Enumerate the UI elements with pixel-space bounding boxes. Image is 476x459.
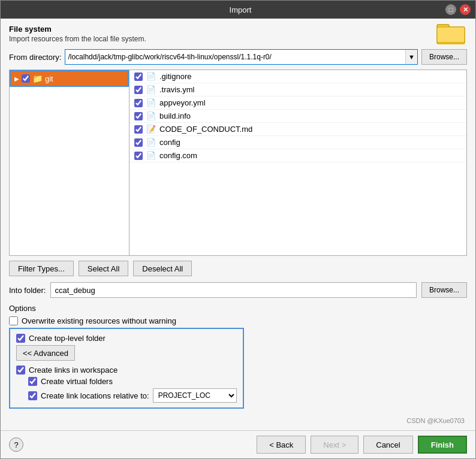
svg-rect-2 [437,27,465,43]
header-area: File system Import resources from the lo… [9,25,467,49]
options-section: Options Overwrite existing resources wit… [9,304,467,411]
cancel-button[interactable]: Cancel [363,436,412,454]
from-directory-label: From directory: [9,53,61,62]
options-title: Options [9,304,467,313]
from-directory-input-wrap: ▼ [65,49,418,65]
advanced-panel: Create top-level folder << Advanced Crea… [9,328,244,409]
file-icon: 📝 [146,125,156,134]
right-panel: 📄.gitignore📄.travis.yml📄appveyor.yml📄bui… [129,70,466,255]
svg-rect-3 [438,43,465,44]
create-links-row: Create links in workspace [16,366,237,375]
file-icon: 📄 [146,138,156,147]
file-name: config.com [159,151,197,160]
file-name: .travis.yml [159,85,195,94]
into-folder-row: Into folder: Browse... [9,282,467,298]
file-name: build.info [159,111,191,120]
finish-button[interactable]: Finish [418,436,467,454]
file-item: 📄.gitignore [129,70,466,83]
watermark: CSDN @KXue0703 [9,417,467,424]
file-item: 📄config [129,136,466,149]
filter-types-button[interactable]: Filter Types... [9,261,74,276]
file-panels: ▶ 📁 git 📄.gitignore📄.travis.yml📄appveyor… [9,70,467,256]
link-location-label: Create link locations relative to: [41,391,149,400]
file-item: 📄appveyor.yml [129,96,466,110]
create-links-label: Create links in workspace [29,366,118,375]
create-virtual-folders-row: Create virtual folders [28,377,237,386]
back-button[interactable]: < Back [257,436,306,454]
file-checkbox[interactable] [134,73,143,81]
file-checkbox[interactable] [134,99,143,107]
section-subtitle: Import resources from the local file sys… [9,35,467,43]
import-dialog: Import □ ✕ File system Import resources … [0,0,476,459]
bottom-bar: ? < Back Next > Cancel Finish [1,430,475,458]
file-checkbox[interactable] [134,138,143,147]
from-directory-dropdown[interactable]: ▼ [405,50,417,64]
into-folder-browse-button[interactable]: Browse... [421,282,467,298]
title-bar-controls: □ ✕ [445,4,471,15]
create-top-level-label: Create top-level folder [29,334,106,343]
section-title: File system [9,25,467,34]
file-icon: 📄 [146,151,156,160]
file-item: 📄build.info [129,110,466,123]
deselect-all-button[interactable]: Deselect All [133,261,192,276]
file-icon: 📄 [146,98,156,107]
create-virtual-folders-checkbox[interactable] [28,377,37,386]
bottom-right-buttons: < Back Next > Cancel Finish [257,436,467,454]
into-folder-label: Into folder: [9,286,46,295]
file-icon: 📄 [146,111,156,120]
action-buttons-row: Filter Types... Select All Deselect All [9,261,467,276]
link-location-select[interactable]: PROJECT_LOC WORKSPACE_LOC FILE_SYSTEM [153,388,237,403]
overwrite-label: Overwrite existing resources without war… [22,316,176,325]
create-top-level-checkbox[interactable] [16,334,25,343]
folder-icon [436,20,467,46]
from-directory-browse-button[interactable]: Browse... [421,49,467,65]
file-name: .gitignore [159,72,191,81]
next-button[interactable]: Next > [311,436,358,454]
file-name: config [159,138,180,147]
tree-item-label: git [45,74,53,83]
dialog-body: File system Import resources from the lo… [1,19,475,430]
help-button[interactable]: ? [9,437,23,452]
file-item: 📝CODE_OF_CONDUCT.md [129,123,466,136]
overwrite-option-row: Overwrite existing resources without war… [9,316,467,325]
create-links-checkbox[interactable] [16,366,25,375]
minimize-button[interactable]: □ [445,4,456,15]
link-location-row: Create link locations relative to: PROJE… [28,388,237,403]
tree-item-checkbox[interactable] [22,74,30,83]
file-name: CODE_OF_CONDUCT.md [159,125,252,134]
left-panel: ▶ 📁 git [10,70,129,255]
tree-item-git[interactable]: ▶ 📁 git [10,70,129,87]
tree-folder-icon: 📁 [32,74,43,83]
tree-arrow-icon: ▶ [14,76,19,82]
file-name: appveyor.yml [159,98,206,107]
dialog-title: Import [35,5,445,14]
file-item: 📄.travis.yml [129,83,466,96]
from-directory-input[interactable] [65,50,405,64]
link-location-checkbox[interactable] [28,391,37,400]
advanced-button[interactable]: << Advanced [16,345,75,361]
create-virtual-folders-label: Create virtual folders [41,377,113,386]
file-list: 📄.gitignore📄.travis.yml📄appveyor.yml📄bui… [129,70,466,162]
title-bar: Import □ ✕ [1,1,475,19]
from-directory-row: From directory: ▼ Browse... [9,49,467,65]
file-checkbox[interactable] [134,86,143,94]
file-checkbox[interactable] [134,112,143,120]
file-icon: 📄 [146,85,156,94]
overwrite-checkbox[interactable] [9,316,18,325]
file-item: 📄config.com [129,149,466,162]
close-button[interactable]: ✕ [460,4,471,15]
create-top-level-row: Create top-level folder [16,334,237,343]
select-all-button[interactable]: Select All [79,261,128,276]
into-folder-input[interactable] [50,282,417,298]
file-checkbox[interactable] [134,152,143,160]
file-icon: 📄 [146,72,156,81]
file-checkbox[interactable] [134,125,143,134]
